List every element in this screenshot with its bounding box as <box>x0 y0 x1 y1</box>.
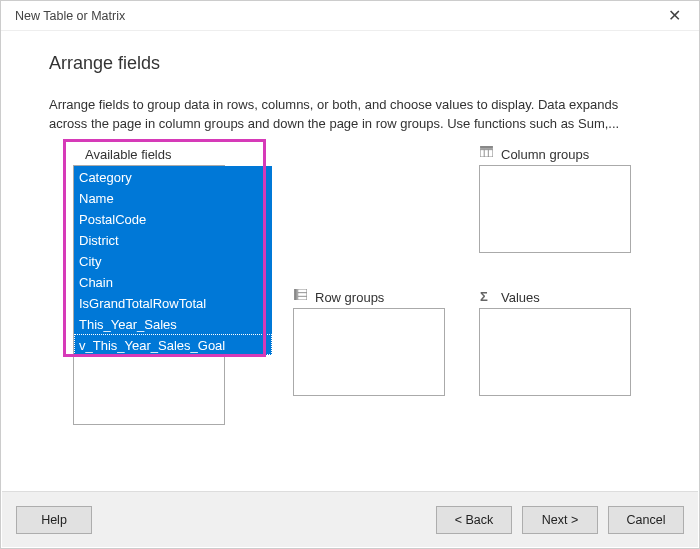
available-fields-box[interactable]: Category Name PostalCode District City C… <box>73 165 225 425</box>
available-fields-list[interactable]: Category Name PostalCode District City C… <box>74 166 272 355</box>
column-groups-label: Column groups <box>501 147 589 162</box>
field-item[interactable]: Category <box>74 166 272 187</box>
window-title: New Table or Matrix <box>15 9 125 23</box>
svg-rect-4 <box>294 289 297 300</box>
field-item[interactable]: IsGrandTotalRowTotal <box>74 292 272 313</box>
svg-rect-0 <box>480 146 493 149</box>
svg-rect-1 <box>480 149 493 156</box>
next-button[interactable]: Next > <box>522 506 598 534</box>
available-fields-label: Available fields <box>85 147 171 162</box>
field-item[interactable]: Name <box>74 187 272 208</box>
field-item[interactable]: District <box>74 229 272 250</box>
values-icon: Σ <box>480 289 488 304</box>
help-button[interactable]: Help <box>16 506 92 534</box>
column-groups-box[interactable] <box>479 165 631 253</box>
field-item[interactable]: City <box>74 250 272 271</box>
row-groups-icon <box>294 289 307 300</box>
svg-rect-5 <box>298 289 307 300</box>
field-item[interactable]: PostalCode <box>74 208 272 229</box>
close-icon[interactable]: ✕ <box>660 4 689 28</box>
field-item[interactable]: v_This_Year_Sales_Goal <box>74 334 272 355</box>
field-item[interactable]: Chain <box>74 271 272 292</box>
back-button[interactable]: < Back <box>436 506 512 534</box>
row-groups-box[interactable] <box>293 308 445 396</box>
row-groups-label: Row groups <box>315 290 384 305</box>
cancel-button[interactable]: Cancel <box>608 506 684 534</box>
page-description: Arrange fields to group data in rows, co… <box>49 96 659 134</box>
values-label: Values <box>501 290 540 305</box>
values-box[interactable] <box>479 308 631 396</box>
column-groups-icon <box>480 146 493 157</box>
page-title: Arrange fields <box>49 53 659 74</box>
field-item[interactable]: This_Year_Sales <box>74 313 272 334</box>
